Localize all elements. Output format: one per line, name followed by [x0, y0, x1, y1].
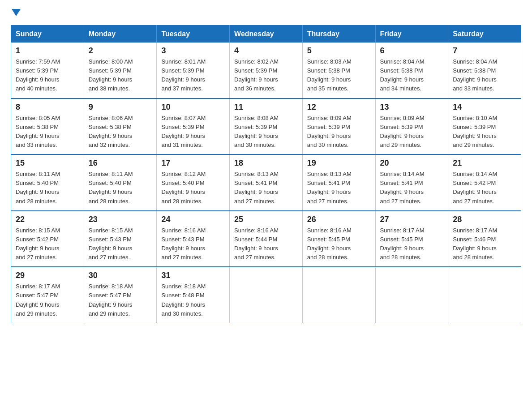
- calendar-cell: 2 Sunrise: 8:00 AM Sunset: 5:39 PM Dayli…: [84, 43, 157, 98]
- day-number: 29: [16, 271, 79, 280]
- day-info: Sunrise: 8:03 AM Sunset: 5:38 PM Dayligh…: [307, 57, 371, 94]
- day-number: 10: [161, 103, 225, 112]
- day-number: 2: [89, 46, 152, 56]
- calendar-cell: 15 Sunrise: 8:11 AM Sunset: 5:40 PM Dayl…: [11, 154, 84, 211]
- calendar-table: SundayMondayTuesdayWednesdayThursdayFrid…: [11, 25, 521, 323]
- day-info: Sunrise: 8:06 AM Sunset: 5:38 PM Dayligh…: [89, 114, 152, 150]
- day-info: Sunrise: 8:18 AM Sunset: 5:48 PM Dayligh…: [161, 282, 225, 318]
- calendar-cell: 5 Sunrise: 8:03 AM Sunset: 5:38 PM Dayli…: [302, 43, 375, 98]
- day-info: Sunrise: 8:05 AM Sunset: 5:38 PM Dayligh…: [16, 114, 79, 150]
- day-info: Sunrise: 8:04 AM Sunset: 5:38 PM Dayligh…: [380, 57, 444, 94]
- day-number: 15: [16, 158, 79, 168]
- day-number: 25: [234, 215, 298, 224]
- day-number: 7: [453, 46, 516, 56]
- day-info: Sunrise: 8:14 AM Sunset: 5:41 PM Dayligh…: [380, 170, 444, 206]
- day-info: Sunrise: 8:13 AM Sunset: 5:41 PM Dayligh…: [234, 170, 298, 206]
- day-number: 3: [161, 46, 225, 56]
- day-number: 11: [234, 103, 298, 112]
- page-header: [11, 11, 521, 18]
- calendar-week-1: 1 Sunrise: 7:59 AM Sunset: 5:39 PM Dayli…: [11, 43, 521, 98]
- calendar-cell: 22 Sunrise: 8:15 AM Sunset: 5:42 PM Dayl…: [11, 211, 84, 267]
- calendar-cell: 26 Sunrise: 8:16 AM Sunset: 5:45 PM Dayl…: [302, 211, 375, 267]
- calendar-cell: 23 Sunrise: 8:15 AM Sunset: 5:43 PM Dayl…: [84, 211, 157, 267]
- calendar-week-4: 22 Sunrise: 8:15 AM Sunset: 5:42 PM Dayl…: [11, 211, 521, 267]
- day-info: Sunrise: 8:13 AM Sunset: 5:41 PM Dayligh…: [307, 170, 371, 206]
- day-info: Sunrise: 8:14 AM Sunset: 5:42 PM Dayligh…: [453, 170, 516, 206]
- logo: [11, 11, 21, 18]
- day-number: 17: [161, 158, 225, 168]
- day-info: Sunrise: 8:11 AM Sunset: 5:40 PM Dayligh…: [89, 170, 152, 206]
- day-info: Sunrise: 7:59 AM Sunset: 5:39 PM Dayligh…: [16, 57, 79, 94]
- col-header-monday: Monday: [84, 26, 157, 43]
- logo-triangle-icon: [12, 9, 21, 16]
- calendar-cell: 1 Sunrise: 7:59 AM Sunset: 5:39 PM Dayli…: [11, 43, 84, 98]
- calendar-cell: 7 Sunrise: 8:04 AM Sunset: 5:38 PM Dayli…: [448, 43, 521, 98]
- day-number: 26: [307, 215, 371, 224]
- calendar-cell: 29 Sunrise: 8:17 AM Sunset: 5:47 PM Dayl…: [11, 267, 84, 323]
- day-info: Sunrise: 8:17 AM Sunset: 5:45 PM Dayligh…: [380, 226, 444, 262]
- day-info: Sunrise: 8:16 AM Sunset: 5:45 PM Dayligh…: [307, 226, 371, 262]
- day-number: 27: [380, 215, 444, 224]
- calendar-cell: 25 Sunrise: 8:16 AM Sunset: 5:44 PM Dayl…: [230, 211, 303, 267]
- calendar-cell: 19 Sunrise: 8:13 AM Sunset: 5:41 PM Dayl…: [302, 154, 375, 211]
- calendar-week-5: 29 Sunrise: 8:17 AM Sunset: 5:47 PM Dayl…: [11, 267, 521, 323]
- day-number: 19: [307, 158, 371, 168]
- calendar-cell: [375, 267, 448, 323]
- day-number: 13: [380, 103, 444, 112]
- day-info: Sunrise: 8:18 AM Sunset: 5:47 PM Dayligh…: [89, 282, 152, 318]
- day-info: Sunrise: 8:09 AM Sunset: 5:39 PM Dayligh…: [307, 114, 371, 150]
- day-info: Sunrise: 8:12 AM Sunset: 5:40 PM Dayligh…: [161, 170, 225, 206]
- calendar-cell: 9 Sunrise: 8:06 AM Sunset: 5:38 PM Dayli…: [84, 98, 157, 155]
- day-number: 1: [16, 46, 79, 56]
- calendar-cell: 27 Sunrise: 8:17 AM Sunset: 5:45 PM Dayl…: [375, 211, 448, 267]
- calendar-cell: 18 Sunrise: 8:13 AM Sunset: 5:41 PM Dayl…: [230, 154, 303, 211]
- col-header-thursday: Thursday: [302, 26, 375, 43]
- day-number: 18: [234, 158, 298, 168]
- col-header-tuesday: Tuesday: [157, 26, 230, 43]
- day-number: 14: [453, 103, 516, 112]
- calendar-cell: 11 Sunrise: 8:08 AM Sunset: 5:39 PM Dayl…: [230, 98, 303, 155]
- calendar-cell: 16 Sunrise: 8:11 AM Sunset: 5:40 PM Dayl…: [84, 154, 157, 211]
- day-info: Sunrise: 8:17 AM Sunset: 5:46 PM Dayligh…: [453, 226, 516, 262]
- day-number: 8: [16, 103, 79, 112]
- day-info: Sunrise: 8:17 AM Sunset: 5:47 PM Dayligh…: [16, 282, 79, 318]
- calendar-cell: 3 Sunrise: 8:01 AM Sunset: 5:39 PM Dayli…: [157, 43, 230, 98]
- day-number: 9: [89, 103, 152, 112]
- day-info: Sunrise: 8:09 AM Sunset: 5:39 PM Dayligh…: [380, 114, 444, 150]
- calendar-cell: 13 Sunrise: 8:09 AM Sunset: 5:39 PM Dayl…: [375, 98, 448, 155]
- day-number: 6: [380, 46, 444, 56]
- calendar-cell: [230, 267, 303, 323]
- day-info: Sunrise: 8:15 AM Sunset: 5:42 PM Dayligh…: [16, 226, 79, 262]
- day-number: 22: [16, 215, 79, 224]
- day-info: Sunrise: 8:01 AM Sunset: 5:39 PM Dayligh…: [161, 57, 225, 94]
- day-info: Sunrise: 8:04 AM Sunset: 5:38 PM Dayligh…: [453, 57, 516, 94]
- day-info: Sunrise: 8:08 AM Sunset: 5:39 PM Dayligh…: [234, 114, 298, 150]
- calendar-cell: 6 Sunrise: 8:04 AM Sunset: 5:38 PM Dayli…: [375, 43, 448, 98]
- day-number: 5: [307, 46, 371, 56]
- col-header-wednesday: Wednesday: [230, 26, 303, 43]
- day-number: 4: [234, 46, 298, 56]
- calendar-cell: 24 Sunrise: 8:16 AM Sunset: 5:43 PM Dayl…: [157, 211, 230, 267]
- calendar-cell: 12 Sunrise: 8:09 AM Sunset: 5:39 PM Dayl…: [302, 98, 375, 155]
- calendar-cell: 30 Sunrise: 8:18 AM Sunset: 5:47 PM Dayl…: [84, 267, 157, 323]
- day-info: Sunrise: 8:02 AM Sunset: 5:39 PM Dayligh…: [234, 57, 298, 94]
- day-info: Sunrise: 8:11 AM Sunset: 5:40 PM Dayligh…: [16, 170, 79, 206]
- calendar-cell: 14 Sunrise: 8:10 AM Sunset: 5:39 PM Dayl…: [448, 98, 521, 155]
- calendar-cell: [302, 267, 375, 323]
- col-header-saturday: Saturday: [448, 26, 521, 43]
- day-number: 31: [161, 271, 225, 280]
- day-info: Sunrise: 8:16 AM Sunset: 5:43 PM Dayligh…: [161, 226, 225, 262]
- day-number: 16: [89, 158, 152, 168]
- calendar-cell: [448, 267, 521, 323]
- calendar-cell: 21 Sunrise: 8:14 AM Sunset: 5:42 PM Dayl…: [448, 154, 521, 211]
- day-number: 12: [307, 103, 371, 112]
- calendar-cell: 4 Sunrise: 8:02 AM Sunset: 5:39 PM Dayli…: [230, 43, 303, 98]
- day-number: 24: [161, 215, 225, 224]
- col-header-friday: Friday: [375, 26, 448, 43]
- day-info: Sunrise: 8:15 AM Sunset: 5:43 PM Dayligh…: [89, 226, 152, 262]
- calendar-cell: 10 Sunrise: 8:07 AM Sunset: 5:39 PM Dayl…: [157, 98, 230, 155]
- calendar-cell: 31 Sunrise: 8:18 AM Sunset: 5:48 PM Dayl…: [157, 267, 230, 323]
- calendar-cell: 20 Sunrise: 8:14 AM Sunset: 5:41 PM Dayl…: [375, 154, 448, 211]
- day-number: 23: [89, 215, 152, 224]
- day-info: Sunrise: 8:10 AM Sunset: 5:39 PM Dayligh…: [453, 114, 516, 150]
